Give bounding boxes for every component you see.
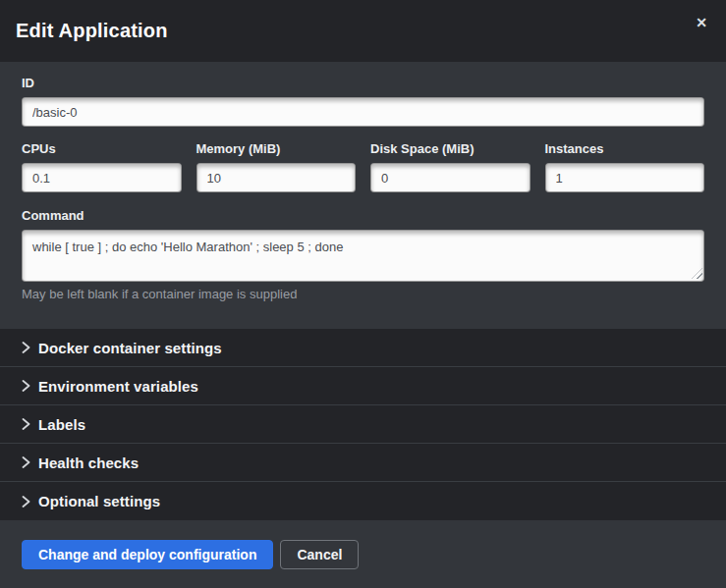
chevron-right-icon xyxy=(22,496,30,508)
command-textarea-wrap: while [ true ] ; do echo 'Hello Marathon… xyxy=(22,230,704,282)
section-label: Environment variables xyxy=(38,378,198,395)
disk-label: Disk Space (MiB) xyxy=(370,142,531,155)
disk-form-group: Disk Space (MiB) xyxy=(370,142,531,192)
modal-title: Edit Application xyxy=(16,20,168,42)
id-label: ID xyxy=(22,77,704,89)
cpus-label: CPUs xyxy=(22,142,182,155)
cpus-form-group: CPUs xyxy=(22,142,182,192)
cpus-input[interactable] xyxy=(22,163,182,192)
collapsible-sections: Docker container settings Environment va… xyxy=(0,329,726,520)
chevron-right-icon xyxy=(22,380,30,392)
chevron-right-icon xyxy=(22,342,30,353)
instances-label: Instances xyxy=(545,142,705,155)
instances-form-group: Instances xyxy=(545,142,705,192)
id-input[interactable] xyxy=(22,97,704,127)
instances-input[interactable] xyxy=(545,163,705,192)
id-form-group: ID xyxy=(22,77,704,127)
command-label: Command xyxy=(22,209,704,222)
section-label: Optional settings xyxy=(38,493,160,509)
command-form-group: Command while [ true ] ; do echo 'Hello … xyxy=(22,209,704,300)
change-and-deploy-button[interactable]: Change and deploy configuration xyxy=(22,540,273,569)
command-textarea[interactable]: while [ true ] ; do echo 'Hello Marathon… xyxy=(22,230,704,282)
section-label: Health checks xyxy=(38,454,139,471)
resources-row: CPUs Memory (MiB) Disk Space (MiB) Insta… xyxy=(22,142,704,192)
chevron-right-icon xyxy=(22,418,30,430)
close-icon[interactable]: ✕ xyxy=(691,12,712,33)
section-label: Labels xyxy=(38,416,85,433)
chevron-right-icon xyxy=(22,456,30,468)
memory-label: Memory (MiB) xyxy=(196,142,357,155)
disk-input[interactable] xyxy=(370,163,531,192)
section-health-checks[interactable]: Health checks xyxy=(0,444,726,482)
cancel-button[interactable]: Cancel xyxy=(280,540,359,569)
modal-footer: Change and deploy configuration Cancel xyxy=(0,520,726,588)
section-labels[interactable]: Labels xyxy=(0,405,726,444)
section-label: Docker container settings xyxy=(38,340,222,356)
section-docker-container-settings[interactable]: Docker container settings xyxy=(0,329,726,367)
modal-header: Edit Application ✕ xyxy=(0,0,726,62)
edit-application-modal: Edit Application ✕ ID CPUs Memory (MiB) … xyxy=(0,0,726,588)
memory-form-group: Memory (MiB) xyxy=(196,142,357,192)
modal-body: ID CPUs Memory (MiB) Disk Space (MiB) In… xyxy=(0,62,726,329)
section-environment-variables[interactable]: Environment variables xyxy=(0,367,726,405)
section-optional-settings[interactable]: Optional settings xyxy=(0,482,726,520)
memory-input[interactable] xyxy=(196,163,357,192)
command-help-text: May be left blank if a container image i… xyxy=(22,288,704,300)
